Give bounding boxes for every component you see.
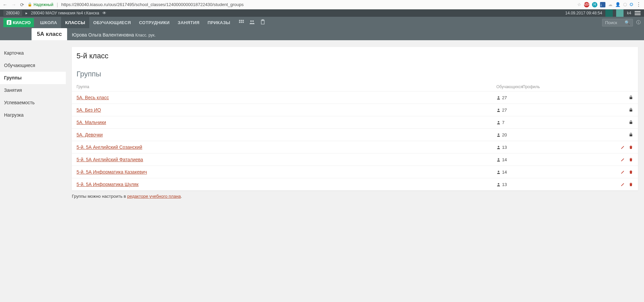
person-icon xyxy=(496,96,501,100)
table-row: 5А. Весь класс27 xyxy=(72,92,638,104)
delete-icon[interactable] xyxy=(629,182,633,187)
lock-icon xyxy=(629,95,633,100)
edit-icon[interactable] xyxy=(621,182,625,187)
th-group: Группа xyxy=(77,84,496,89)
group-link[interactable]: 5А. Без ИО xyxy=(77,107,101,113)
hamburger-icon[interactable] xyxy=(635,10,641,16)
url-bar[interactable]: https://280040.kiasuo.ru/ous/2617495/sch… xyxy=(61,2,574,7)
user-badge[interactable]: k4 xyxy=(627,11,631,15)
group-link[interactable]: 5А. Весь класс xyxy=(77,95,109,100)
sidebar-item-progress[interactable]: Успеваемость xyxy=(0,97,66,109)
group-link[interactable]: 5-й. 5А Информатика Казакевич xyxy=(77,169,147,175)
help-icon[interactable]: ⓘ xyxy=(636,19,641,25)
person-icon xyxy=(496,158,501,162)
logo-text: КИАСУО xyxy=(13,20,31,25)
table-row: 5А. Девочки20 xyxy=(72,129,638,141)
svg-point-6 xyxy=(250,20,252,22)
table-header: Группа Обучающихся Профиль xyxy=(72,82,638,92)
page-title: 5-й класс xyxy=(77,52,633,60)
delete-icon[interactable] xyxy=(629,157,633,162)
delete-icon[interactable] xyxy=(629,170,633,174)
sidebar-item-lessons[interactable]: Занятия xyxy=(0,84,66,97)
group-link[interactable]: 5-й. 5А Информатика Шуляк xyxy=(77,182,139,187)
search-input[interactable]: 🔍 xyxy=(602,19,633,26)
edit-icon[interactable] xyxy=(621,170,625,174)
person-icon xyxy=(496,182,501,187)
svg-rect-1 xyxy=(241,20,242,21)
ext-user-icon[interactable]: 👤 xyxy=(615,2,621,7)
abp-icon[interactable]: ABP xyxy=(584,2,589,7)
teacher-role: Класс. рук. xyxy=(135,33,155,38)
nav-school[interactable]: ШКОЛА xyxy=(36,17,61,28)
lock-icon xyxy=(629,132,633,137)
search-field[interactable] xyxy=(605,20,622,25)
nav-orders[interactable]: ПРИКАЗЫ xyxy=(203,17,234,28)
teacher-name: Юрова Ольга Валентиновна xyxy=(72,32,134,38)
strip-btn-1[interactable] xyxy=(605,9,613,17)
ext-h-icon[interactable]: H xyxy=(592,2,597,7)
group-link[interactable]: 5А. Мальчики xyxy=(77,120,106,125)
main-nav: β КИАСУО ШКОЛА КЛАССЫ ОБУЧАЮЩИЕСЯ СОТРУД… xyxy=(0,17,644,28)
svg-rect-5 xyxy=(243,21,244,23)
logo[interactable]: β КИАСУО xyxy=(3,18,34,27)
group-link[interactable]: 5-й. 5А Английский Фаталиева xyxy=(77,157,143,162)
search-icon[interactable]: 🔍 xyxy=(625,20,630,25)
ext-cube-icon[interactable]: ⬡ xyxy=(623,2,627,7)
lock-icon xyxy=(629,108,633,112)
section-title: Группы xyxy=(72,64,638,82)
table-row: 5-й. 5А Английский Фаталиева14 xyxy=(72,154,638,166)
class-tab[interactable]: 5А класс xyxy=(32,28,67,40)
sidebar-item-card[interactable]: Карточка xyxy=(0,47,66,59)
footer-note: Группы можно настроить в редакторе учебн… xyxy=(72,194,638,199)
clipboard-icon[interactable] xyxy=(260,19,266,26)
reload-icon[interactable]: ⟳ xyxy=(20,2,24,7)
star-icon[interactable]: ☆ xyxy=(577,2,581,7)
sidebar-item-groups[interactable]: Группы xyxy=(0,72,66,84)
group-count: 7 xyxy=(502,120,504,125)
delete-icon[interactable] xyxy=(629,145,633,149)
group-link[interactable]: 5А. Девочки xyxy=(77,132,103,137)
edit-icon[interactable] xyxy=(621,157,625,162)
table-row: 5-й. 5А Английский Созанский13 xyxy=(72,141,638,154)
nav-lessons[interactable]: ЗАНЯТИЯ xyxy=(174,17,203,28)
datetime: 14.09.2017 09:48:54 xyxy=(565,11,602,15)
secure-label: Надежный xyxy=(34,2,53,7)
menu-dots-icon[interactable]: ⋮ xyxy=(636,1,641,8)
table-row: 5А. Мальчики7 xyxy=(72,116,638,129)
sub-header: 5А класс Юрова Ольга Валентиновна Класс.… xyxy=(0,28,644,40)
lock-icon xyxy=(629,120,633,125)
top-strip: 280040 ▸ 280040 МАОУ гимназия №4 г.Канск… xyxy=(0,9,644,17)
forward-icon[interactable]: → xyxy=(11,2,16,7)
sidebar: Карточка Обучающиеся Группы Занятия Успе… xyxy=(0,40,66,205)
person-icon xyxy=(496,170,501,174)
group-count: 27 xyxy=(502,95,507,100)
org-code[interactable]: 280040 xyxy=(3,10,22,16)
eye-icon[interactable]: 👁 xyxy=(102,11,106,15)
nav-staff[interactable]: СОТРУДНИКИ xyxy=(135,17,174,28)
lock-icon: 🔒 xyxy=(28,2,32,7)
group-link[interactable]: 5-й. 5А Английский Созанский xyxy=(77,144,142,150)
person-icon xyxy=(496,108,501,112)
group-count: 13 xyxy=(502,145,507,150)
th-count: Обучающихся xyxy=(496,84,523,89)
back-icon[interactable]: ← xyxy=(3,2,7,7)
ext-qg-icon[interactable]: ✪ xyxy=(630,2,633,7)
svg-rect-3 xyxy=(239,21,240,23)
ext-cloud-icon[interactable]: ☁ xyxy=(608,2,612,7)
teacher-info: Юрова Ольга Валентиновна Класс. рук. xyxy=(67,29,160,40)
strip-btn-2[interactable] xyxy=(616,9,624,17)
footer-note-link[interactable]: редакторе учебного плана xyxy=(127,194,181,199)
sidebar-item-students[interactable]: Обучающиеся xyxy=(0,59,66,72)
nav-students[interactable]: ОБУЧАЮЩИЕСЯ xyxy=(89,17,135,28)
people-icon[interactable] xyxy=(249,19,255,26)
grid-icon[interactable] xyxy=(238,19,244,26)
school-name[interactable]: 280040 МАОУ гимназия №4 г.Канска xyxy=(31,11,99,15)
person-icon xyxy=(496,133,501,137)
svg-rect-0 xyxy=(239,20,240,21)
ext-down-icon[interactable]: ↓ xyxy=(600,2,605,7)
group-count: 20 xyxy=(502,132,507,137)
nav-classes[interactable]: КЛАССЫ xyxy=(61,17,89,28)
edit-icon[interactable] xyxy=(621,145,625,149)
svg-rect-2 xyxy=(243,20,244,21)
sidebar-item-workload[interactable]: Нагрузка xyxy=(0,109,66,121)
